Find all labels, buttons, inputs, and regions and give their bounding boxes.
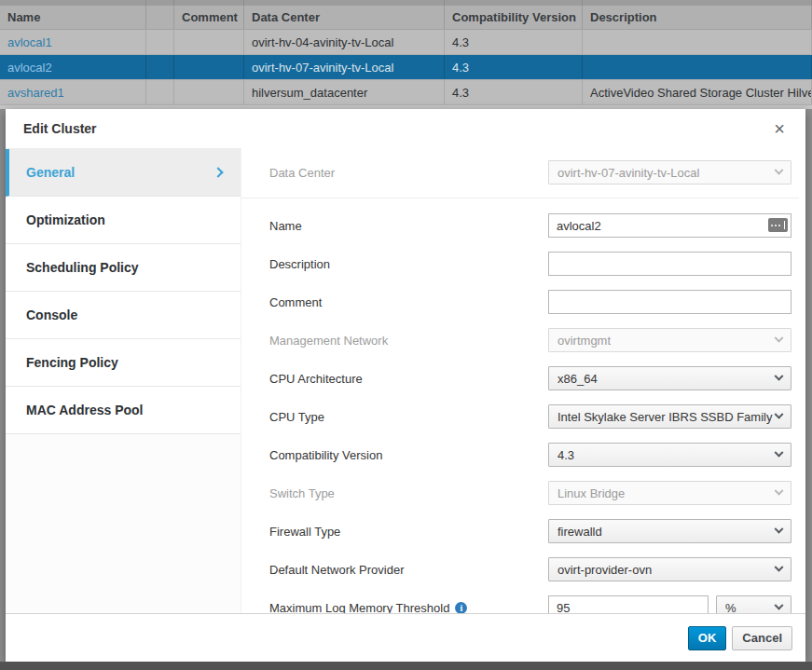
cancel-button[interactable]: Cancel [732, 626, 792, 650]
field-label: Comment [269, 295, 548, 309]
field-label: Default Network Provider [269, 563, 548, 577]
form-row-compatibility-version: Compatibility Version 4.3 [269, 443, 791, 467]
cell-comment [174, 55, 244, 79]
dialog-tab-list: General Optimization Scheduling Policy C… [6, 148, 241, 662]
chevron-down-icon [775, 447, 784, 457]
tab-label: MAC Address Pool [26, 403, 144, 417]
close-icon[interactable]: × [770, 117, 789, 140]
field-label: Switch Type [269, 486, 548, 500]
tab-mac-address-pool[interactable]: MAC Address Pool [6, 387, 241, 434]
cell-compatibility-version: 4.3 [445, 80, 583, 104]
cluster-name-link[interactable]: avshared1 [0, 80, 146, 104]
edit-cluster-dialog: Edit Cluster × General Optimization Sche… [6, 109, 805, 662]
chevron-down-icon [775, 524, 784, 533]
column-header-name[interactable]: Name [0, 6, 146, 29]
form-row-cpu-architecture: CPU Architecture x86_64 [269, 366, 791, 390]
firewall-type-select[interactable]: firewalld [548, 519, 791, 543]
table-row[interactable]: avlocal1 ovirt-hv-04-avinity-tv-Local 4.… [0, 30, 812, 55]
cell-description: ActiveVideo Shared Storage Cluster Hilve… [583, 80, 812, 104]
form-row-description: Description [269, 252, 791, 276]
tab-label: Optimization [26, 212, 105, 227]
cpu-architecture-select[interactable]: x86_64 [548, 366, 791, 390]
chevron-down-icon [775, 485, 784, 495]
form-row-firewall-type: Firewall Type firewalld [269, 519, 791, 543]
column-header-data-center[interactable]: Data Center [244, 6, 445, 29]
form-row-name: Name [269, 213, 791, 238]
chevron-down-icon [775, 371, 784, 380]
column-header-compatibility-version[interactable]: Compatibility Version [445, 6, 583, 29]
form-row-data-center: Data Center ovirt-hv-07-avinity-tv-Local [269, 160, 791, 185]
info-icon[interactable]: i [455, 602, 467, 614]
tab-label: Scheduling Policy [26, 260, 139, 275]
form-row-management-network: Management Network ovirtmgmt [269, 328, 791, 352]
cell-description [583, 55, 812, 79]
comment-input[interactable] [548, 290, 791, 314]
cell-compatibility-version: 4.3 [445, 30, 583, 54]
field-label: Firewall Type [269, 525, 548, 539]
page-background-strip [0, 662, 812, 670]
tab-label: General [26, 165, 75, 180]
table-header-row: Name Comment Data Center Compatibility V… [0, 6, 812, 30]
data-center-select: ovirt-hv-07-avinity-tv-Local [548, 160, 791, 185]
default-network-provider-select[interactable]: ovirt-provider-ovn [548, 557, 791, 581]
compatibility-version-select[interactable]: 4.3 [548, 443, 791, 467]
tab-fencing-policy[interactable]: Fencing Policy [6, 339, 241, 387]
dialog-body: General Optimization Scheduling Policy C… [6, 148, 805, 662]
cell-compatibility-version: 4.3 [445, 55, 583, 79]
dialog-header: Edit Cluster × [6, 109, 805, 148]
form-row-cpu-type: CPU Type Intel Skylake Server IBRS SSBD … [269, 404, 791, 429]
dialog-title: Edit Cluster [23, 121, 770, 136]
cell-data-center: ovirt-hv-04-avinity-tv-Local [244, 30, 445, 54]
cluster-name-link[interactable]: avlocal1 [0, 30, 146, 54]
text-expand-icon[interactable] [768, 218, 788, 232]
description-input[interactable] [548, 252, 791, 276]
chevron-down-icon [775, 562, 784, 571]
field-label: Name [269, 219, 548, 233]
table-row[interactable]: avshared1 hilversum_datacenter 4.3 Activ… [0, 80, 812, 105]
management-network-select: ovirtmgmt [548, 328, 791, 352]
ok-button[interactable]: OK [688, 626, 727, 650]
form-row-comment: Comment [269, 290, 791, 314]
form-row-default-network-provider: Default Network Provider ovirt-provider-… [269, 557, 791, 581]
cell-comment [174, 80, 244, 104]
cell-data-center: ovirt-hv-07-avinity-tv-Local [244, 55, 445, 79]
chevron-down-icon [775, 333, 784, 342]
field-label: Management Network [269, 334, 548, 348]
field-label: CPU Type [269, 410, 548, 424]
cell-data-center: hilversum_datacenter [244, 80, 445, 104]
chevron-down-icon [775, 165, 784, 174]
tab-optimization[interactable]: Optimization [6, 197, 241, 244]
tab-label: Fencing Policy [26, 355, 118, 370]
tab-console[interactable]: Console [6, 292, 241, 339]
dialog-footer: OK Cancel [6, 613, 805, 662]
tab-general[interactable]: General [6, 149, 241, 197]
chevron-down-icon [775, 409, 784, 418]
column-header-flag[interactable] [146, 6, 174, 29]
column-header-description[interactable]: Description [583, 6, 812, 29]
general-tab-form: Data Center ovirt-hv-07-avinity-tv-Local… [241, 148, 805, 662]
clusters-table: Name Comment Data Center Compatibility V… [0, 0, 812, 109]
table-row-selected[interactable]: avlocal2 ovirt-hv-07-avinity-tv-Local 4.… [0, 55, 812, 80]
section-divider [241, 198, 799, 198]
name-input[interactable] [548, 213, 791, 238]
cpu-type-select[interactable]: Intel Skylake Server IBRS SSBD Family [548, 404, 791, 429]
switch-type-select: Linux Bridge [548, 481, 791, 505]
cell-comment [174, 30, 244, 54]
chevron-right-icon [213, 167, 223, 177]
cell-description [583, 30, 812, 54]
field-label: Description [269, 257, 548, 271]
field-label: Compatibility Version [269, 448, 548, 462]
tab-scheduling-policy[interactable]: Scheduling Policy [6, 244, 241, 292]
cluster-name-link[interactable]: avlocal2 [0, 55, 146, 79]
chevron-down-icon [775, 600, 784, 609]
field-label: CPU Architecture [269, 372, 548, 386]
column-header-comment[interactable]: Comment [174, 6, 244, 29]
tab-label: Console [26, 308, 77, 322]
form-row-switch-type: Switch Type Linux Bridge [269, 481, 791, 505]
field-label: Data Center [269, 166, 548, 180]
